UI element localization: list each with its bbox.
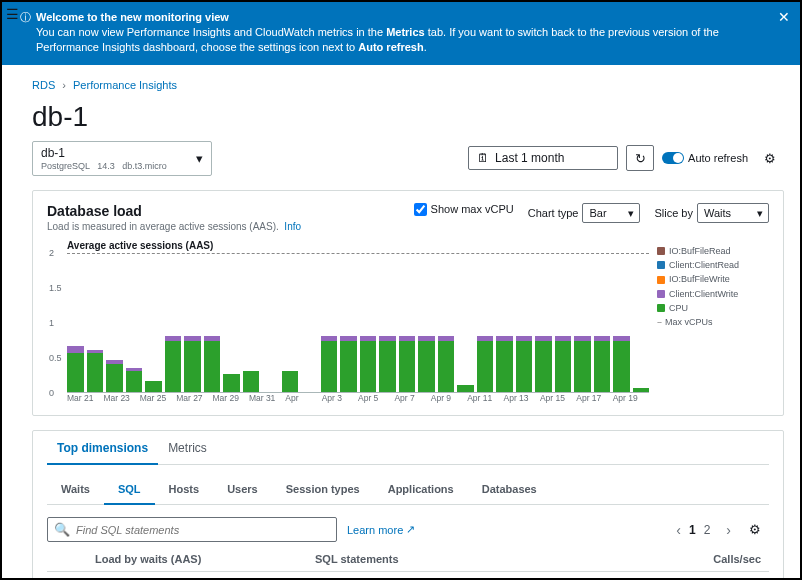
bar [282, 371, 299, 392]
time-range-select[interactable]: 🗓 Last 1 month [468, 146, 618, 170]
subtab-databases[interactable]: Databases [468, 475, 551, 504]
chevron-right-icon: › [62, 79, 66, 91]
external-link-icon: ↗ [406, 523, 415, 536]
dimensions-panel: Top dimensions Metrics WaitsSQLHostsUser… [32, 430, 784, 580]
subtab-waits[interactable]: Waits [47, 475, 104, 504]
page-2[interactable]: 2 [704, 523, 711, 537]
bar [165, 336, 182, 392]
next-page[interactable]: › [726, 522, 731, 538]
chart-type-select[interactable]: Bar▾ [582, 203, 640, 223]
tab-metrics[interactable]: Metrics [158, 431, 217, 464]
breadcrumb-rds[interactable]: RDS [32, 79, 55, 91]
bar [633, 388, 650, 392]
menu-icon[interactable]: ☰ [6, 6, 19, 22]
caret-down-icon: ▾ [757, 206, 763, 219]
bar [87, 350, 104, 392]
bar [126, 368, 143, 391]
info-icon: ⓘ [20, 10, 31, 25]
bar [360, 336, 377, 392]
page-1[interactable]: 1 [689, 523, 696, 537]
bar [535, 336, 552, 392]
bar [321, 336, 338, 392]
legend-item: CPU [657, 301, 769, 315]
col-load[interactable]: Load by waits (AAS) [95, 553, 315, 565]
legend-item: Client:ClientRead [657, 258, 769, 272]
subtab-users[interactable]: Users [213, 475, 272, 504]
caret-down-icon: ▾ [628, 206, 634, 219]
subtab-hosts[interactable]: Hosts [155, 475, 214, 504]
banner-body: You can now view Performance Insights an… [36, 25, 766, 55]
subtab-applications[interactable]: Applications [374, 475, 468, 504]
close-icon[interactable]: ✕ [778, 8, 790, 27]
bar [438, 336, 455, 392]
info-banner: ⓘ Welcome to the new monitoring view You… [2, 2, 800, 65]
bar [613, 336, 630, 392]
database-select[interactable]: db-1 PostgreSQL 14.3 db.t3.micro ▾ [32, 141, 212, 176]
bar [106, 360, 123, 392]
col-calls[interactable]: Calls/sec [704, 553, 769, 565]
bar [594, 336, 611, 392]
slice-by-select[interactable]: Waits▾ [697, 203, 769, 223]
bar [555, 336, 572, 392]
table-row: +0.23SELECT * FROM sales AS s1 JOIN sale… [47, 572, 769, 580]
prev-page[interactable]: ‹ [676, 522, 681, 538]
legend-item: --Max vCPUs [657, 315, 769, 329]
database-load-panel: Database load Load is measured in averag… [32, 190, 784, 416]
bar [204, 336, 221, 392]
search-icon: 🔍 [54, 522, 70, 537]
tab-top-dimensions[interactable]: Top dimensions [47, 431, 158, 465]
subtab-sql[interactable]: SQL [104, 475, 155, 505]
chart-title: Average active sessions (AAS) [67, 240, 649, 251]
show-max-vcpu-checkbox[interactable]: Show max vCPU [414, 203, 514, 216]
pagination: ‹ 12 › [676, 522, 731, 538]
breadcrumb: RDS › Performance Insights [32, 75, 784, 101]
col-sql[interactable]: SQL statements [315, 553, 704, 565]
legend-item: Client:ClientWrite [657, 287, 769, 301]
bar [379, 336, 396, 392]
bar [184, 336, 201, 392]
bar [457, 385, 474, 392]
refresh-button[interactable]: ↻ [626, 145, 654, 171]
bar [399, 336, 416, 392]
refresh-icon: ↻ [635, 151, 646, 166]
calendar-icon: 🗓 [477, 151, 489, 165]
bar-chart: 00.511.52 [67, 253, 649, 393]
gear-icon: ⚙ [764, 151, 776, 166]
bar [418, 336, 435, 392]
bar [223, 374, 240, 392]
bar [67, 346, 84, 392]
breadcrumb-pi: Performance Insights [73, 79, 177, 91]
bar [340, 336, 357, 392]
chart-legend: IO:BufFileReadClient:ClientReadIO:BufFil… [649, 240, 769, 403]
search-input[interactable]: 🔍 [47, 517, 337, 542]
bar [145, 381, 162, 392]
table-settings-button[interactable]: ⚙ [741, 517, 769, 543]
learn-more-link[interactable]: Learn more↗ [347, 523, 415, 536]
info-link[interactable]: Info [284, 221, 301, 232]
settings-button[interactable]: ⚙ [756, 145, 784, 171]
subtab-session-types[interactable]: Session types [272, 475, 374, 504]
bar [477, 336, 494, 392]
auto-refresh-toggle[interactable]: Auto refresh [662, 152, 748, 164]
bar [516, 336, 533, 392]
bar [243, 371, 260, 392]
banner-title: Welcome to the new monitoring view [36, 10, 766, 25]
panel-title: Database load [47, 203, 400, 219]
gear-icon: ⚙ [749, 522, 761, 537]
legend-item: IO:BufFileWrite [657, 272, 769, 286]
bar [496, 336, 513, 392]
legend-item: IO:BufFileRead [657, 244, 769, 258]
bar [574, 336, 591, 392]
caret-down-icon: ▾ [196, 151, 203, 166]
page-title: db-1 [32, 101, 784, 133]
